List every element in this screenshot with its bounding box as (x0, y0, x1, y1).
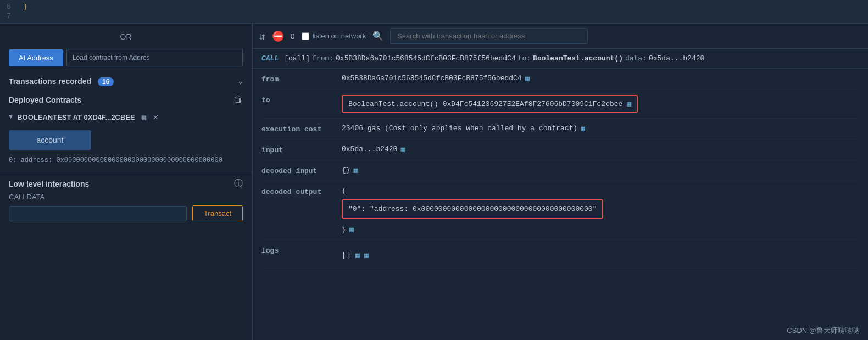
input-detail-row: input 0x5da...b2420 ▦ (261, 140, 859, 160)
from-key: from (261, 74, 333, 83)
low-level-label: Low level interactions (9, 180, 89, 188)
from-val: 0x5B38Da6a701c568545dCfcB03FcB875f56bedd… (342, 74, 859, 83)
at-address-button[interactable]: At Address (9, 49, 63, 66)
logs-copy-icon-1[interactable]: ▦ (355, 251, 360, 260)
load-contract-button[interactable]: Load contract from Addres (66, 49, 243, 66)
search-icon[interactable]: 🔍 (372, 31, 383, 42)
exec-cost-copy-icon[interactable]: ▦ (581, 124, 585, 133)
to-copy-icon[interactable]: ▦ (627, 99, 631, 108)
line-number-7: 7 (7, 12, 23, 20)
stop-icon[interactable]: ⛔ (272, 30, 284, 42)
arrows-icon[interactable]: ⇵ (259, 30, 265, 42)
exec-cost-detail-row: execution cost 23406 gas (Cost only appl… (261, 119, 859, 140)
decoded-input-key: decoded input (261, 166, 333, 175)
decoded-input-copy-icon[interactable]: ▦ (354, 166, 358, 175)
at-address-row: At Address Load contract from Addres (0, 44, 252, 71)
address-output-prefix: 0: (9, 157, 16, 164)
decoded-output-detail-row: decoded output { "0": "address: 0x000000… (261, 181, 859, 240)
low-level-row: Low level interactions ⓘ (0, 172, 252, 192)
listen-network-checkbox[interactable] (302, 32, 309, 40)
logs-copy-icon-2[interactable]: ▦ (364, 251, 369, 260)
calldata-label: CALLDATA (0, 192, 252, 202)
search-input[interactable] (390, 28, 588, 44)
calldata-input[interactable] (9, 206, 187, 221)
transactions-text: Transactions recorded (9, 77, 91, 86)
code-line-6: 6 } (0, 2, 868, 12)
exec-cost-val: 23406 gas (Cost only applies when called… (342, 124, 859, 133)
to-detail-row: to BooleanTest.account() 0xD4Fc541236927… (261, 90, 859, 119)
decoded-output-box: "0": "address: 0x00000000000000000000000… (342, 199, 603, 219)
account-button[interactable]: account (9, 130, 91, 150)
transact-button[interactable]: Transact (192, 205, 243, 221)
line-number-6: 6 (7, 3, 23, 11)
contract-name-label: BOOLEANTEST AT 0XD4F...2CBEE (17, 113, 135, 121)
tx-header-row: CALL [call] from: 0x5B38Da6a701c568545dC… (253, 49, 868, 69)
logs-bracket: [] (342, 251, 351, 260)
decoded-input-val: {} ▦ (342, 166, 859, 175)
toolbar-row: ⇵ ⛔ 0 listen on network 🔍 (253, 24, 868, 49)
decoded-output-val: { "0": "address: 0x000000000000000000000… (342, 187, 859, 234)
logs-detail-row: logs [] ▦ ▦ (261, 240, 859, 271)
tx-to-label-header: to: (518, 54, 531, 63)
watermark: CSDN @鲁大师哒哒哒 (787, 326, 859, 336)
logs-val: [] ▦ ▦ (342, 246, 859, 265)
main-layout: OR At Address Load contract from Addres … (0, 24, 868, 340)
tx-data-value: 0x5da...b2420 (649, 54, 704, 63)
tx-to-value-header: BooleanTest.account() (533, 54, 623, 63)
detail-section: from 0x5B38Da6a701c568545dCfcB03FcB875f5… (253, 69, 868, 271)
decoded-output-inner: "0": "address: 0x00000000000000000000000… (348, 205, 597, 213)
contract-close-icon[interactable]: ✕ (153, 112, 158, 122)
calldata-input-row: Transact (0, 202, 252, 225)
listen-network-label: listen on network (313, 32, 366, 40)
call-bracket: [call] (284, 54, 310, 63)
tx-from-label: from: (312, 54, 333, 63)
exec-cost-text: 23406 gas (Cost only applies when called… (342, 124, 577, 132)
transactions-row: Transactions recorded 16 ⌄ (0, 71, 252, 91)
contract-expand-icon[interactable]: ▼ (9, 113, 13, 121)
call-badge: CALL (261, 54, 279, 63)
decoded-input-text: {} (342, 166, 350, 174)
decoded-output-key: decoded output (261, 187, 333, 196)
code-area: 6 } 7 (0, 0, 868, 24)
decoded-output-copy-icon[interactable]: ▦ (349, 225, 354, 234)
exec-cost-key: execution cost (261, 124, 333, 133)
or-divider: OR (0, 29, 252, 44)
left-panel: OR At Address Load contract from Addres … (0, 24, 253, 340)
to-highlight-box: BooleanTest.account() 0xD4Fc541236927E2E… (342, 95, 638, 113)
tx-from-value: 0x5B38Da6a701c568545dCfcB03FcB875f56bedd… (336, 54, 516, 63)
chevron-down-icon[interactable]: ⌄ (238, 76, 243, 86)
from-address: 0x5B38Da6a701c568545dCfcB03FcB875f56bedd… (342, 74, 522, 82)
logs-key: logs (261, 246, 333, 255)
input-text: 0x5da...b2420 (342, 145, 397, 153)
decoded-output-close: } (342, 226, 346, 234)
contract-item-row: ▼ BOOLEANTEST AT 0XD4F...2CBEE ▦ ✕ (0, 108, 252, 126)
toolbar-count: 0 (291, 32, 295, 41)
right-panel: ⇵ ⛔ 0 listen on network 🔍 CALL [call] fr… (253, 24, 868, 340)
input-key: input (261, 145, 333, 154)
contract-copy-icon[interactable]: ▦ (142, 113, 146, 122)
decoded-brace-row: } ▦ (342, 225, 354, 234)
from-copy-icon[interactable]: ▦ (525, 74, 530, 83)
to-val: BooleanTest.account() 0xD4Fc541236927E2E… (342, 95, 859, 113)
deployed-contracts-row: Deployed Contracts 🗑 (0, 91, 252, 108)
input-val: 0x5da...b2420 ▦ (342, 145, 859, 154)
to-address-text: BooleanTest.account() 0xD4Fc541236927E2E… (348, 100, 622, 108)
tx-data-label: data: (625, 54, 647, 63)
decoded-input-detail-row: decoded input {} ▦ (261, 160, 859, 181)
deployed-contracts-label: Deployed Contracts (9, 96, 81, 104)
to-key: to (261, 95, 333, 104)
trash-icon[interactable]: 🗑 (234, 94, 243, 105)
logs-row: [] ▦ ▦ (342, 246, 368, 265)
from-detail-row: from 0x5B38Da6a701c568545dCfcB03FcB875f5… (261, 69, 859, 90)
decoded-output-open: { (342, 187, 346, 195)
listen-checkbox-wrapper: listen on network (302, 32, 366, 40)
input-copy-icon[interactable]: ▦ (400, 145, 405, 154)
address-output-type: address: (21, 157, 53, 164)
address-output: 0: address: 0x00000000000000000000000000… (0, 154, 252, 169)
info-icon[interactable]: ⓘ (234, 178, 243, 189)
transactions-label: Transactions recorded 16 (9, 77, 114, 86)
address-output-value: 0x00000000000000000000000000000000000000… (56, 157, 222, 164)
code-line-7: 7 (0, 12, 868, 21)
transactions-badge: 16 (98, 77, 114, 86)
account-btn-wrapper: account (0, 126, 252, 154)
